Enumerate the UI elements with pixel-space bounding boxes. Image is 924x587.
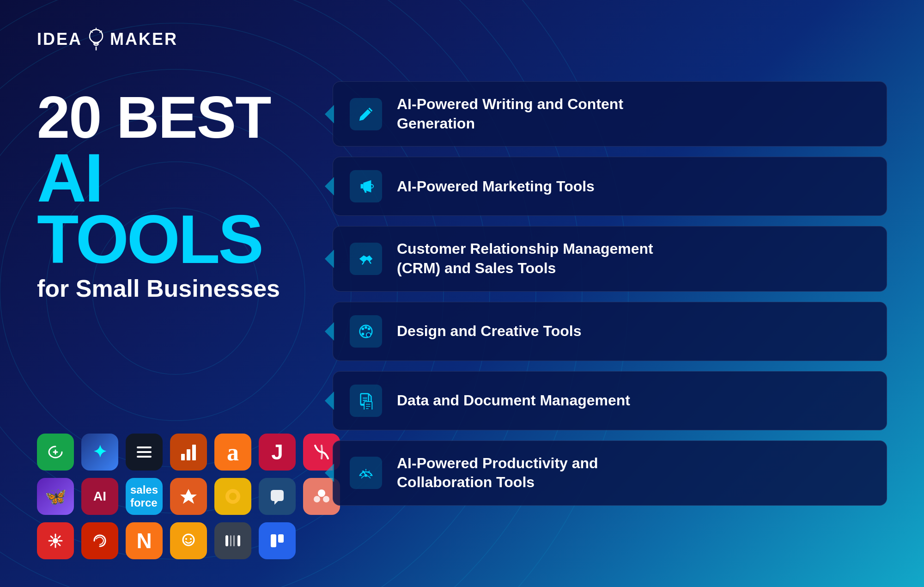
productivity-label: AI-Powered Productivity andCollaboration… [397, 454, 598, 492]
data-icon-wrap [350, 385, 382, 417]
pencil-icon [357, 105, 375, 123]
svg-rect-16 [137, 451, 152, 453]
app-icon-kaiber: 🦋 [37, 478, 74, 515]
speedometer-icon [357, 464, 375, 482]
category-card-writing: AI-Powered Writing and ContentGeneration [333, 81, 887, 147]
app-icon-red2 [81, 522, 118, 559]
design-label: Design and Creative Tools [397, 322, 582, 341]
app-icon-opus [126, 434, 163, 471]
page-wrapper: IDEA MAKER 20 BEST AI TOOL [0, 0, 924, 587]
svg-rect-33 [237, 535, 240, 546]
category-card-design: Design and Creative Tools [333, 302, 887, 361]
writing-label: AI-Powered Writing and ContentGeneration [397, 95, 623, 133]
svg-point-26 [53, 538, 58, 544]
headline-ai-tools: AI TOOLS [37, 147, 286, 270]
marketing-icon-wrap [350, 170, 382, 202]
megaphone-icon [357, 177, 375, 195]
svg-rect-18 [181, 454, 185, 460]
svg-line-58 [369, 471, 369, 471]
svg-point-29 [190, 538, 192, 540]
left-panel: IDEA MAKER 20 BEST AI TOOL [0, 0, 314, 587]
svg-rect-32 [233, 535, 235, 546]
svg-point-40 [365, 326, 367, 329]
marketing-label: AI-Powered Marketing Tools [397, 177, 595, 196]
svg-point-39 [362, 327, 365, 330]
svg-rect-31 [230, 535, 231, 546]
app-icon-trello [259, 522, 296, 559]
app-icon-red1 [37, 522, 74, 559]
headline-20-best: 20 BEST [37, 88, 286, 147]
palette-icon [357, 323, 375, 340]
svg-rect-35 [278, 534, 284, 543]
app-icon-perplexity: ✦ [81, 434, 118, 471]
data-label: Data and Document Management [397, 391, 630, 410]
svg-point-44 [366, 332, 371, 337]
svg-point-41 [368, 327, 371, 330]
svg-rect-20 [192, 445, 196, 460]
svg-rect-19 [187, 449, 190, 460]
svg-point-27 [183, 534, 194, 545]
category-card-data: Data and Document Management [333, 371, 887, 430]
category-card-productivity: AI-Powered Productivity andCollaboration… [333, 440, 887, 506]
document-icon [357, 392, 375, 410]
svg-point-28 [185, 538, 187, 540]
headline-sub: for Small Businesses [37, 275, 286, 302]
headline-area: 20 BEST AI TOOLS for Small Businesses [37, 88, 286, 410]
app-icon-replika [170, 522, 207, 559]
logo-part1: IDEA [37, 30, 82, 49]
app-icons-grid: ✦ a J 🦋 AI s [37, 434, 286, 559]
category-card-marketing: AI-Powered Marketing Tools [333, 157, 887, 216]
crm-icon-wrap [350, 243, 382, 275]
app-icon-speeko [259, 478, 296, 515]
logo-bulb-icon [86, 28, 106, 51]
svg-point-53 [365, 474, 367, 477]
app-icon-zapier [170, 478, 207, 515]
handshake-icon [357, 250, 375, 268]
svg-point-22 [229, 493, 237, 500]
app-icon-ai: AI [81, 478, 118, 515]
svg-rect-34 [271, 534, 276, 547]
svg-rect-30 [225, 535, 228, 546]
app-icon-salesforce: salesforce [126, 478, 163, 515]
svg-point-43 [362, 332, 365, 335]
app-icon-claude [214, 522, 251, 559]
logo-area: IDEA MAKER [37, 28, 286, 51]
crm-label: Customer Relationship Management(CRM) an… [397, 239, 653, 278]
writing-icon-wrap [350, 98, 382, 130]
app-icon-jasper: J [259, 434, 296, 471]
app-icon-notion: N [126, 522, 163, 559]
productivity-icon-wrap [350, 457, 382, 489]
design-icon-wrap [350, 315, 382, 348]
svg-line-56 [362, 471, 363, 471]
right-panel: AI-Powered Writing and ContentGeneration… [314, 0, 924, 587]
svg-rect-17 [137, 456, 152, 458]
app-icon-amazon: a [214, 434, 251, 471]
svg-rect-15 [137, 446, 152, 448]
app-icon-todoist [214, 478, 251, 515]
category-card-crm: Customer Relationship Management(CRM) an… [333, 226, 887, 291]
app-icon-grammarly [37, 434, 74, 471]
app-icon-tome [170, 434, 207, 471]
logo-text: IDEA MAKER [37, 28, 178, 51]
logo-part2: MAKER [110, 30, 178, 49]
